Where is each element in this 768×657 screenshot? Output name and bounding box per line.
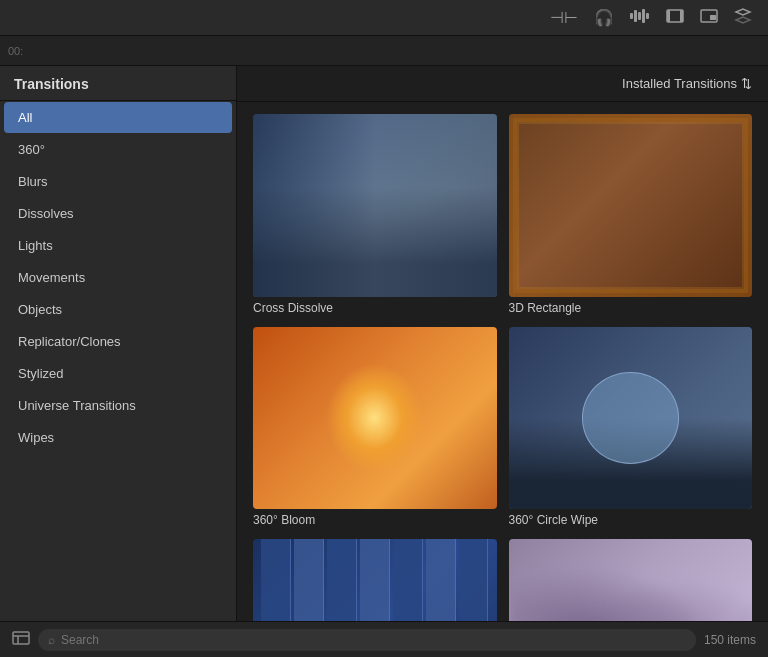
transition-label-cross-dissolve: Cross Dissolve	[253, 301, 497, 315]
transition-thumb-360-gaussian-blur	[509, 539, 753, 621]
transition-thumb-3d-rectangle	[509, 114, 753, 297]
svg-rect-6	[667, 10, 670, 22]
transition-label-360-bloom: 360° Bloom	[253, 513, 497, 527]
pip-icon[interactable]	[700, 9, 718, 27]
filmstrip-icon[interactable]	[666, 8, 684, 28]
transition-item-3d-rectangle[interactable]: 3D Rectangle	[509, 114, 753, 315]
headphones-icon[interactable]: 🎧	[594, 8, 614, 27]
sidebar-item-blurs[interactable]: Blurs	[4, 166, 232, 197]
transition-label-3d-rectangle: 3D Rectangle	[509, 301, 753, 315]
main-content: Transitions All360°BlursDissolvesLightsM…	[0, 66, 768, 621]
svg-rect-1	[634, 10, 637, 22]
content-area: Installed Transitions ⇅ Cross Dissolve3D…	[237, 66, 768, 621]
svg-rect-2	[638, 12, 641, 20]
transition-thumb-360-bloom	[253, 327, 497, 510]
transition-item-360-bloom[interactable]: 360° Bloom	[253, 327, 497, 528]
search-wrapper: ⌕	[38, 629, 696, 651]
transition-label-360-circle-wipe: 360° Circle Wipe	[509, 513, 753, 527]
toolbar: ⊣⊢ 🎧	[0, 0, 768, 36]
installed-transitions-dropdown[interactable]: Installed Transitions ⇅	[622, 76, 752, 91]
chevron-up-down-icon: ⇅	[741, 76, 752, 91]
search-input[interactable]	[61, 633, 686, 647]
transition-thumb-360-circle-wipe	[509, 327, 753, 510]
sidebar-item-movements[interactable]: Movements	[4, 262, 232, 293]
transition-thumb-360-divide	[253, 539, 497, 621]
sidebar-item-universe-transitions[interactable]: Universe Transitions	[4, 390, 232, 421]
item-count: 150 items	[704, 633, 756, 647]
dropdown-label: Installed Transitions	[622, 76, 737, 91]
sidebar-item-objects[interactable]: Objects	[4, 294, 232, 325]
bottom-bar: ⌕ 150 items	[0, 621, 768, 657]
transform-icon[interactable]	[734, 8, 752, 28]
transition-item-cross-dissolve[interactable]: Cross Dissolve	[253, 114, 497, 315]
transition-item-360-circle-wipe[interactable]: 360° Circle Wipe	[509, 327, 753, 528]
sidebar-item-all[interactable]: All	[4, 102, 232, 133]
timecode: 00:	[8, 45, 23, 57]
sidebar: Transitions All360°BlursDissolvesLightsM…	[0, 66, 237, 621]
sidebar-list: All360°BlursDissolvesLightsMovementsObje…	[0, 101, 236, 621]
sidebar-item-replicator-clones[interactable]: Replicator/Clones	[4, 326, 232, 357]
sidebar-header: Transitions	[0, 66, 236, 101]
sidebar-item-lights[interactable]: Lights	[4, 230, 232, 261]
svg-rect-3	[642, 9, 645, 23]
transition-item-360-divide[interactable]: 360° Divide	[253, 539, 497, 621]
sidebar-item-wipes[interactable]: Wipes	[4, 422, 232, 453]
transition-item-360-gaussian-blur[interactable]: 360° Gaussian Blur	[509, 539, 753, 621]
audio-waveform-icon[interactable]	[630, 8, 650, 28]
content-header: Installed Transitions ⇅	[237, 66, 768, 102]
sidebar-item-stylized[interactable]: Stylized	[4, 358, 232, 389]
svg-rect-4	[646, 13, 649, 19]
timeline-strip: 00:	[0, 36, 768, 66]
sidebar-item-360[interactable]: 360°	[4, 134, 232, 165]
svg-rect-10	[13, 632, 29, 644]
transition-thumb-cross-dissolve	[253, 114, 497, 297]
transition-grid: Cross Dissolve3D Rectangle360° Bloom360°…	[237, 102, 768, 621]
browser-icon[interactable]	[12, 631, 30, 648]
sidebar-item-dissolves[interactable]: Dissolves	[4, 198, 232, 229]
split-icon[interactable]: ⊣⊢	[550, 8, 578, 27]
svg-rect-0	[630, 13, 633, 19]
svg-rect-7	[680, 10, 683, 22]
svg-rect-9	[710, 15, 716, 20]
search-icon: ⌕	[48, 633, 55, 647]
